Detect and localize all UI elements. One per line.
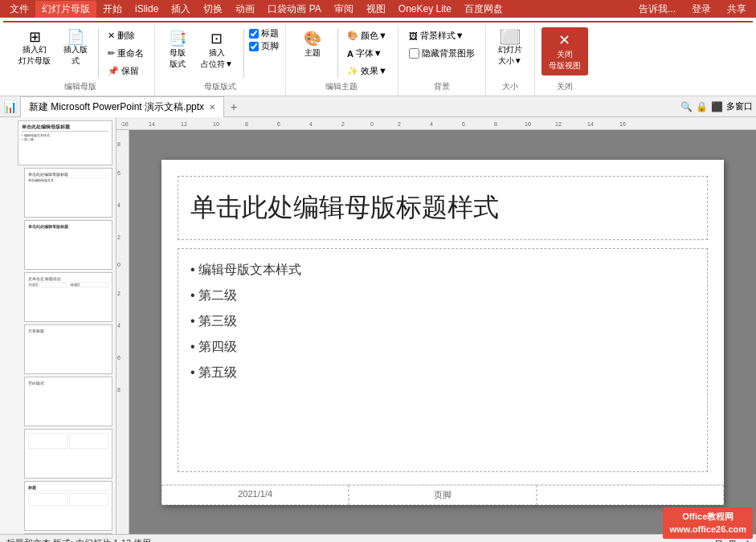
size-buttons: ⬜ 幻灯片大小▼ (492, 27, 528, 79)
slide-thumb-4[interactable]: 文本在左 标题在右 内容区 标题区 (24, 272, 112, 322)
colors-button[interactable]: 🎨 颜色▼ (343, 27, 391, 44)
menu-login[interactable]: 登录 (685, 1, 717, 18)
master-layout-label: 母版版式 (170, 47, 186, 70)
ribbon-group-edit-theme: 🎨 主题 🎨 颜色▼ A 字体▼ ✨ 效果▼ (286, 26, 398, 96)
slide-thumb-2[interactable]: 单击此处编辑母版标题 单击编辑母版文本 (24, 168, 112, 218)
slide-thumb-2-inner: 单击此处编辑母版标题 单击编辑母版文本 (25, 169, 112, 217)
slide-canvas[interactable]: 单击此处编辑母版标题样式 • 编辑母版文本样式 • 第二级 • 第三级 • 第四… (161, 160, 724, 505)
ruler-h-svg: ·16 14 12 10 8 6 4 2 0 2 4 6 8 10 12 14 (116, 117, 743, 129)
thumb7-right (69, 433, 108, 449)
ribbon-group-size: ⬜ 幻灯片大小▼ 大小 (486, 26, 535, 96)
main-area: 1 单击此处编辑母版标题 • 编辑母版文本样式 • 第二级 单击此处编辑母版标题 (0, 117, 756, 534)
edit-master-buttons: ⊞ 插入幻灯片母版 📄 插入版式 ✕ 删除 ✏ 重命名 (13, 27, 148, 79)
thumb4-right: 标题区 (70, 282, 108, 287)
insert-placeholder-button[interactable]: ⊡ 插入占位符▼ (195, 27, 239, 72)
slide-thumb-7[interactable] (24, 429, 112, 479)
menu-share[interactable]: 共享 (721, 1, 753, 18)
hide-bg-button[interactable]: 隐藏背景图形 (405, 45, 479, 62)
menu-item-switch[interactable]: 切换 (197, 1, 229, 18)
slide-footer-area: 2021/1/4 页脚 (161, 484, 724, 505)
svg-text:2: 2 (398, 121, 401, 127)
menu-item-insert[interactable]: 插入 (165, 1, 197, 18)
ruler-horizontal: ·16 14 12 10 8 6 4 2 0 2 4 6 8 10 12 14 (116, 117, 756, 130)
master-layout-button[interactable]: 📑 母版版式 (161, 27, 194, 72)
svg-text:8: 8 (245, 121, 248, 127)
menu-item-start[interactable]: 开始 (96, 1, 129, 18)
slide-size-button[interactable]: ⬜ 幻灯片大小▼ (492, 27, 528, 69)
fonts-button[interactable]: A 字体▼ (343, 45, 391, 62)
menu-item-review[interactable]: 审阅 (328, 1, 360, 18)
insert-layout-button[interactable]: 📄 插入版式 (58, 27, 93, 69)
doc-tab[interactable]: 新建 Microsoft PowerPoint 演示文稿.pptx ✕ (20, 96, 224, 117)
tab-search-icon[interactable]: 🔍 (680, 101, 693, 112)
svg-text:2: 2 (341, 121, 345, 127)
colors-icon: 🎨 (347, 31, 358, 41)
slide-thumb-6[interactable]: 空白版式 (24, 377, 112, 426)
svg-text:8: 8 (117, 387, 121, 393)
theme-button[interactable]: 🎨 主题 (292, 27, 333, 61)
close-buttons: ✕ 关闭母版视图 (541, 27, 588, 79)
svg-text:4: 4 (309, 121, 313, 127)
menu-tell-me[interactable]: 告诉我... (632, 1, 682, 18)
background-style-button[interactable]: 🖼 背景样式▼ (405, 27, 479, 44)
content-line-1: • 编辑母版文本样式 (190, 257, 695, 283)
slide-thumb-9-wrapper: 图片加标题 (3, 533, 112, 534)
slide-thumb-8-inner: 标题 (25, 482, 112, 530)
tab-multiwindow-icon[interactable]: ⬛ (711, 101, 723, 112)
thumb1-content2: • 第二级 (22, 137, 108, 141)
watermark-line2: www.office26.com (669, 524, 746, 536)
slide-thumb-9[interactable]: 图片加标题 (24, 533, 112, 534)
footer-right (537, 485, 724, 505)
menu-item-islide[interactable]: iSlide (129, 2, 165, 16)
checkbox-title[interactable]: 标题 (249, 27, 279, 39)
checkbox-title-input[interactable] (249, 29, 259, 39)
slide-content-area[interactable]: • 编辑母版文本样式 • 第二级 • 第三级 • 第四级 • 第五级 (178, 248, 708, 472)
slide-title-area[interactable]: 单击此处编辑母版标题样式 (178, 176, 708, 240)
close-master-label: 关闭母版视图 (549, 49, 581, 71)
svg-text:4: 4 (117, 323, 121, 328)
slide-thumb-3[interactable]: 单击此处编辑母版标题 (24, 220, 112, 270)
slide-thumb-1-content: 单击此处编辑母版标题 • 编辑母版文本样式 • 第二级 (18, 121, 112, 145)
slide-thumb-1[interactable]: 单击此处编辑母版标题 • 编辑母版文本样式 • 第二级 (18, 120, 112, 165)
slide-thumb-1-wrapper: 1 单击此处编辑母版标题 • 编辑母版文本样式 • 第二级 (3, 120, 112, 165)
background-col: 🖼 背景样式▼ 隐藏背景图形 (405, 27, 479, 62)
ruler-vertical: 8 6 4 2 0 2 4 6 8 (116, 130, 129, 534)
canvas-main[interactable]: 单击此处编辑母版标题样式 • 编辑母版文本样式 • 第二级 • 第三级 • 第四… (129, 130, 756, 534)
slide-thumb-8[interactable]: 标题 (24, 481, 112, 531)
svg-text:·16: ·16 (121, 121, 129, 127)
checkbox-footer-input[interactable] (249, 42, 259, 51)
master-checkboxes: 标题 页脚 (249, 27, 279, 52)
master-layout-group-label: 母版版式 (204, 79, 236, 94)
menu-item-onekey[interactable]: OneKey Lite (392, 2, 458, 16)
doc-tab-close-icon[interactable]: ✕ (209, 103, 215, 112)
menu-item-animation[interactable]: 动画 (229, 1, 261, 18)
menu-item-baidu[interactable]: 百度网盘 (458, 1, 509, 18)
close-master-button[interactable]: ✕ 关闭母版视图 (541, 27, 588, 75)
slide-thumb-7-wrapper (3, 429, 112, 479)
thumb6-line: 空白版式 (28, 381, 108, 386)
svg-text:8: 8 (117, 141, 121, 147)
content-line-3: • 第三级 (190, 308, 695, 334)
slide-thumb-5[interactable]: 只有标题 (24, 324, 112, 374)
insert-slide-master-button[interactable]: ⊞ 插入幻灯片母版 (13, 27, 56, 69)
tab-lock-icon[interactable]: 🔒 (696, 101, 708, 112)
close-group-label: 关闭 (557, 79, 573, 94)
menu-item-file[interactable]: 文件 (3, 1, 35, 18)
menu-item-pa[interactable]: 口袋动画 PA (261, 1, 327, 18)
delete-button[interactable]: ✕ 删除 (104, 27, 148, 44)
menu-item-slidemaster[interactable]: 幻灯片母版 (35, 1, 96, 18)
hide-bg-checkbox[interactable] (409, 48, 419, 59)
checkbox-footer[interactable]: 页脚 (249, 40, 279, 52)
preserve-label: 保留 (121, 65, 139, 77)
slide-thumb-7-content (25, 430, 112, 452)
status-bar: 标题和文本 版式: 由幻灯片 1-13 使用 ⊟ ⊞ ⤢ (0, 534, 756, 542)
master-layout-icon: 📑 (169, 30, 186, 47)
menu-item-view[interactable]: 视图 (360, 1, 392, 18)
rename-button[interactable]: ✏ 重命名 (104, 45, 148, 62)
effects-button[interactable]: ✨ 效果▼ (343, 63, 391, 79)
tab-add-button[interactable]: + (224, 97, 243, 116)
background-style-label: 背景样式▼ (420, 30, 464, 42)
insert-placeholder-label: 插入占位符▼ (201, 47, 233, 70)
slide-thumb-6-inner: 空白版式 (25, 377, 112, 426)
preserve-button[interactable]: 📌 保留 (104, 63, 148, 79)
